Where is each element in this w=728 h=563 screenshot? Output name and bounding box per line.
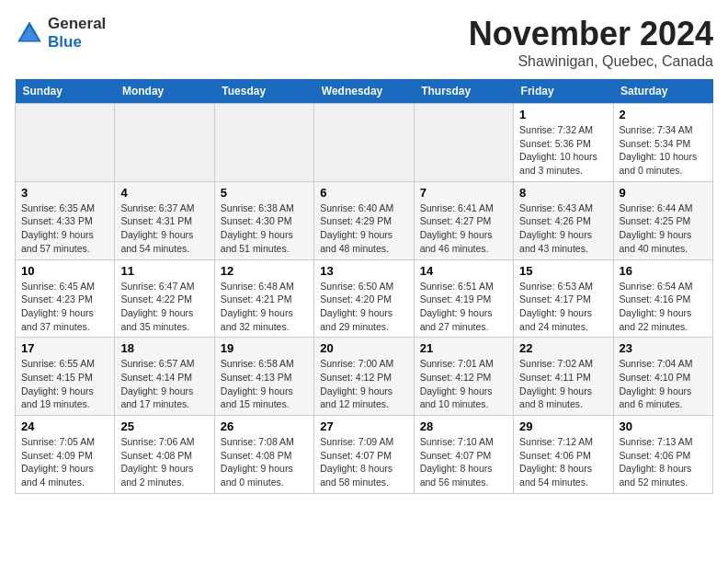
day-info: Sunrise: 7:01 AM Sunset: 4:12 PM Dayligh…	[420, 357, 507, 411]
day-info: Sunrise: 6:50 AM Sunset: 4:20 PM Dayligh…	[320, 280, 407, 334]
calendar-week-row: 3Sunrise: 6:35 AM Sunset: 4:33 PM Daylig…	[16, 181, 713, 259]
day-number: 10	[21, 264, 108, 278]
day-info: Sunrise: 7:13 AM Sunset: 4:06 PM Dayligh…	[620, 435, 707, 489]
day-number: 15	[519, 264, 607, 278]
day-number: 18	[120, 341, 208, 355]
day-info: Sunrise: 7:08 AM Sunset: 4:08 PM Dayligh…	[221, 435, 308, 489]
location: Shawinigan, Quebec, Canada	[469, 53, 713, 70]
day-info: Sunrise: 7:02 AM Sunset: 4:11 PM Dayligh…	[519, 357, 607, 411]
calendar-cell: 4Sunrise: 6:37 AM Sunset: 4:31 PM Daylig…	[115, 181, 214, 259]
calendar-week-row: 1Sunrise: 7:32 AM Sunset: 5:36 PM Daylig…	[16, 104, 713, 182]
month-title: November 2024	[469, 15, 713, 53]
day-number: 8	[519, 186, 607, 200]
day-info: Sunrise: 6:45 AM Sunset: 4:23 PM Dayligh…	[21, 280, 108, 334]
day-info: Sunrise: 6:51 AM Sunset: 4:19 PM Dayligh…	[420, 280, 507, 334]
day-info: Sunrise: 7:00 AM Sunset: 4:12 PM Dayligh…	[320, 357, 407, 411]
day-info: Sunrise: 7:32 AM Sunset: 5:36 PM Dayligh…	[519, 123, 607, 178]
day-number: 25	[120, 419, 208, 433]
calendar-cell: 16Sunrise: 6:54 AM Sunset: 4:16 PM Dayli…	[613, 259, 712, 338]
day-info: Sunrise: 6:41 AM Sunset: 4:27 PM Dayligh…	[420, 201, 507, 256]
calendar-cell	[115, 104, 214, 182]
day-info: Sunrise: 6:35 AM Sunset: 4:33 PM Dayligh…	[21, 201, 108, 256]
logo: General Blue	[15, 15, 106, 51]
day-number: 11	[120, 264, 208, 278]
calendar-cell: 22Sunrise: 7:02 AM Sunset: 4:11 PM Dayli…	[514, 338, 613, 416]
calendar-cell: 2Sunrise: 7:34 AM Sunset: 5:34 PM Daylig…	[613, 104, 712, 182]
day-info: Sunrise: 6:38 AM Sunset: 4:30 PM Dayligh…	[221, 201, 308, 256]
calendar-cell	[414, 104, 513, 182]
weekday-header: Wednesday	[314, 79, 414, 104]
calendar-cell	[314, 104, 414, 182]
day-number: 19	[221, 341, 308, 355]
weekday-header: Tuesday	[214, 79, 313, 104]
day-number: 3	[21, 186, 108, 200]
day-info: Sunrise: 6:43 AM Sunset: 4:26 PM Dayligh…	[519, 201, 607, 256]
day-info: Sunrise: 6:44 AM Sunset: 4:25 PM Dayligh…	[620, 201, 707, 256]
day-info: Sunrise: 6:55 AM Sunset: 4:15 PM Dayligh…	[21, 357, 108, 411]
weekday-header: Sunday	[16, 79, 115, 104]
day-number: 14	[420, 264, 507, 278]
weekday-header: Thursday	[414, 79, 513, 104]
day-info: Sunrise: 7:06 AM Sunset: 4:08 PM Dayligh…	[120, 435, 208, 489]
day-info: Sunrise: 7:04 AM Sunset: 4:10 PM Dayligh…	[620, 357, 707, 411]
calendar-cell: 3Sunrise: 6:35 AM Sunset: 4:33 PM Daylig…	[16, 181, 115, 259]
calendar-cell: 1Sunrise: 7:32 AM Sunset: 5:36 PM Daylig…	[514, 104, 613, 182]
calendar-cell	[214, 104, 313, 182]
calendar-cell: 20Sunrise: 7:00 AM Sunset: 4:12 PM Dayli…	[314, 338, 414, 416]
header: General Blue November 2024 Shawinigan, Q…	[15, 15, 713, 70]
calendar-cell: 30Sunrise: 7:13 AM Sunset: 4:06 PM Dayli…	[613, 416, 712, 494]
day-info: Sunrise: 6:48 AM Sunset: 4:21 PM Dayligh…	[221, 280, 308, 334]
calendar-week-row: 17Sunrise: 6:55 AM Sunset: 4:15 PM Dayli…	[16, 338, 713, 416]
calendar-cell: 23Sunrise: 7:04 AM Sunset: 4:10 PM Dayli…	[613, 338, 712, 416]
logo-blue: Blue	[48, 33, 106, 52]
calendar-cell: 11Sunrise: 6:47 AM Sunset: 4:22 PM Dayli…	[115, 259, 214, 338]
day-info: Sunrise: 6:58 AM Sunset: 4:13 PM Dayligh…	[221, 357, 308, 411]
calendar-cell: 5Sunrise: 6:38 AM Sunset: 4:30 PM Daylig…	[214, 181, 313, 259]
weekday-header: Friday	[514, 79, 613, 104]
calendar-cell: 8Sunrise: 6:43 AM Sunset: 4:26 PM Daylig…	[514, 181, 613, 259]
calendar-cell: 10Sunrise: 6:45 AM Sunset: 4:23 PM Dayli…	[16, 259, 115, 338]
calendar-table: SundayMondayTuesdayWednesdayThursdayFrid…	[15, 79, 713, 494]
day-number: 9	[620, 186, 707, 200]
calendar-cell: 19Sunrise: 6:58 AM Sunset: 4:13 PM Dayli…	[214, 338, 313, 416]
calendar-cell: 21Sunrise: 7:01 AM Sunset: 4:12 PM Dayli…	[414, 338, 513, 416]
calendar-cell	[16, 104, 115, 182]
weekday-header: Saturday	[613, 79, 712, 104]
title-area: November 2024 Shawinigan, Quebec, Canada	[469, 15, 713, 70]
day-number: 27	[320, 419, 407, 433]
day-info: Sunrise: 7:12 AM Sunset: 4:06 PM Dayligh…	[519, 435, 607, 489]
day-info: Sunrise: 7:09 AM Sunset: 4:07 PM Dayligh…	[320, 435, 407, 489]
day-info: Sunrise: 7:10 AM Sunset: 4:07 PM Dayligh…	[420, 435, 507, 489]
day-number: 17	[21, 341, 108, 355]
calendar-cell: 17Sunrise: 6:55 AM Sunset: 4:15 PM Dayli…	[16, 338, 115, 416]
day-number: 23	[620, 341, 707, 355]
calendar-header: SundayMondayTuesdayWednesdayThursdayFrid…	[16, 79, 713, 104]
logo-general: General	[48, 15, 106, 33]
calendar-cell: 14Sunrise: 6:51 AM Sunset: 4:19 PM Dayli…	[414, 259, 513, 338]
calendar-cell: 12Sunrise: 6:48 AM Sunset: 4:21 PM Dayli…	[214, 259, 313, 338]
calendar-cell: 9Sunrise: 6:44 AM Sunset: 4:25 PM Daylig…	[613, 181, 712, 259]
day-number: 22	[519, 341, 607, 355]
day-number: 7	[420, 186, 507, 200]
calendar-cell: 26Sunrise: 7:08 AM Sunset: 4:08 PM Dayli…	[214, 416, 313, 494]
calendar-body: 1Sunrise: 7:32 AM Sunset: 5:36 PM Daylig…	[16, 104, 713, 494]
day-info: Sunrise: 6:54 AM Sunset: 4:16 PM Dayligh…	[620, 280, 707, 334]
day-info: Sunrise: 7:05 AM Sunset: 4:09 PM Dayligh…	[21, 435, 108, 489]
calendar-cell: 15Sunrise: 6:53 AM Sunset: 4:17 PM Dayli…	[514, 259, 613, 338]
day-info: Sunrise: 6:40 AM Sunset: 4:29 PM Dayligh…	[320, 201, 407, 256]
day-info: Sunrise: 6:53 AM Sunset: 4:17 PM Dayligh…	[519, 280, 607, 334]
day-number: 13	[320, 264, 407, 278]
weekday-header: Monday	[115, 79, 214, 104]
calendar-cell: 25Sunrise: 7:06 AM Sunset: 4:08 PM Dayli…	[115, 416, 214, 494]
header-row: SundayMondayTuesdayWednesdayThursdayFrid…	[16, 79, 713, 104]
day-info: Sunrise: 6:57 AM Sunset: 4:14 PM Dayligh…	[120, 357, 208, 411]
calendar-cell: 28Sunrise: 7:10 AM Sunset: 4:07 PM Dayli…	[414, 416, 513, 494]
calendar-cell: 7Sunrise: 6:41 AM Sunset: 4:27 PM Daylig…	[414, 181, 513, 259]
day-info: Sunrise: 6:37 AM Sunset: 4:31 PM Dayligh…	[120, 201, 208, 256]
calendar-cell: 27Sunrise: 7:09 AM Sunset: 4:07 PM Dayli…	[314, 416, 414, 494]
day-number: 12	[221, 264, 308, 278]
day-number: 1	[519, 108, 607, 121]
calendar-week-row: 10Sunrise: 6:45 AM Sunset: 4:23 PM Dayli…	[16, 259, 713, 338]
day-number: 30	[620, 419, 707, 433]
day-number: 29	[519, 419, 607, 433]
